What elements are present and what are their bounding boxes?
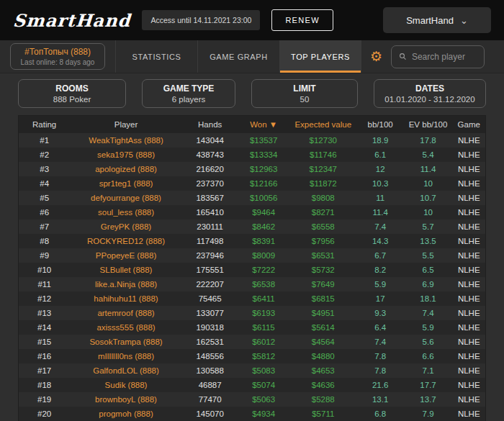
cell-player[interactable]: hahihuhu11 (888)	[70, 294, 182, 303]
cell-player[interactable]: defyourrange (888)	[70, 194, 182, 202]
table-row[interactable]: #1WeakTightAss (888)143044$13537$1273018…	[19, 133, 485, 148]
cell-player[interactable]: progmoh (888)	[70, 409, 182, 418]
cell-player[interactable]: spr1teg1 (888)	[70, 179, 182, 188]
column-header-player[interactable]: Player	[70, 120, 182, 129]
table-row[interactable]: #11like.a.Ninja (888)222207$6538$76495.9…	[19, 277, 485, 291]
selected-player-box[interactable]: #ТопТопыч (888) Last online: 8 days ago	[10, 43, 105, 70]
tab-top-players[interactable]: TOP PLAYERS	[279, 40, 361, 73]
table-row[interactable]: #18Sudik (888)46887$5074$463621.617.7NLH…	[19, 378, 485, 392]
filter-rooms[interactable]: ROOMS 888 Poker	[18, 79, 126, 108]
cell-player[interactable]: Sudik (888)	[70, 381, 182, 389]
cell-player[interactable]: ROCKYRED12 (888)	[70, 237, 182, 245]
table-row[interactable]: #17GalfondLOL (888)130588$5083$46537.87.…	[19, 363, 485, 378]
gear-icon[interactable]: ⚙	[370, 50, 382, 63]
cell-player[interactable]: seka1975 (888)	[70, 150, 182, 159]
table-row[interactable]: #4spr1teg1 (888)237370$12166$1187210.310…	[19, 176, 485, 191]
cell-player[interactable]: SosokTrampa (888)	[70, 338, 182, 346]
table-row[interactable]: #19brownboyL (888)77470$5063$528813.113.…	[19, 392, 485, 407]
cell-money: $6193	[238, 309, 289, 317]
cell-player[interactable]: mIlIllIl0ns (888)	[70, 352, 182, 361]
table-row[interactable]: #13artemroof (888)133077$6193$49519.37.4…	[19, 306, 485, 320]
cell-player[interactable]: SLBullet (888)	[70, 266, 182, 274]
cell-player[interactable]: like.a.Ninja (888)	[70, 280, 182, 289]
tab-game-graph[interactable]: GAME GRAPH	[197, 40, 279, 73]
search-box[interactable]	[391, 45, 485, 68]
cell-rating: #1	[19, 136, 70, 145]
cell-bb: 5.5	[404, 251, 453, 260]
cell-player[interactable]: axisss555 (888)	[70, 323, 182, 332]
cell-bb: 7.4	[357, 338, 404, 346]
filter-dates-title: DATES	[384, 83, 475, 94]
column-header-rating[interactable]: Rating	[19, 120, 70, 129]
column-header-game[interactable]: Game	[453, 120, 485, 129]
cell-player[interactable]: artemroof (888)	[70, 309, 182, 317]
cell-game: NLHE	[453, 222, 485, 231]
tabs: STATISTICS GAME GRAPH TOP PLAYERS	[115, 40, 361, 73]
cell-rating: #8	[19, 237, 70, 245]
cell-bb: 10	[404, 208, 453, 217]
table-row[interactable]: #9PPopeyeE (888)237946$8009$65316.75.5NL…	[19, 248, 485, 263]
column-header-won-[interactable]: Won ▼	[238, 120, 289, 129]
table-row[interactable]: #5defyourrange (888)183567$10056$9808111…	[19, 191, 485, 205]
cell-rating: #14	[19, 323, 70, 332]
cell-hands: 183567	[182, 194, 238, 202]
cell-player[interactable]: soul_less (888)	[70, 208, 182, 217]
table-row[interactable]: #8ROCKYRED12 (888)117498$8391$795614.313…	[19, 234, 485, 248]
cell-money: $5063	[238, 395, 289, 404]
cell-bb: 10	[404, 179, 453, 188]
cell-bb: 6.9	[404, 280, 453, 289]
cell-bb: 13.7	[404, 395, 453, 404]
table-row[interactable]: #7GreyPK (888)230111$8462$65587.45.7NLHE	[19, 219, 485, 234]
filter-dates[interactable]: DATES 01.01.2020 - 31.12.2020	[374, 79, 486, 108]
column-header-ev-bb-100[interactable]: EV bb/100	[404, 120, 453, 129]
cell-money: $4951	[289, 309, 357, 317]
renew-button[interactable]: RENEW	[271, 9, 333, 31]
table-row[interactable]: #3apologized (888)216620$12963$123471211…	[19, 162, 485, 176]
cell-player[interactable]: apologized (888)	[70, 165, 182, 173]
filter-limit[interactable]: LIMIT 50	[251, 79, 358, 108]
cell-bb: 6.6	[404, 352, 453, 361]
cell-rating: #5	[19, 194, 70, 202]
cell-bb: 17.7	[404, 381, 453, 389]
table-row[interactable]: #15SosokTrampa (888)162531$6012$45647.45…	[19, 335, 485, 349]
table-row[interactable]: #14axisss555 (888)190318$6115$56146.45.9…	[19, 320, 485, 335]
cell-bb: 13.1	[357, 395, 404, 404]
cell-player[interactable]: brownboyL (888)	[70, 395, 182, 404]
cell-money: $6815	[289, 294, 357, 303]
cell-money: $12166	[238, 179, 289, 188]
cell-bb: 12	[357, 165, 404, 173]
cell-player[interactable]: GreyPK (888)	[70, 222, 182, 231]
cell-money: $6012	[238, 338, 289, 346]
column-header-hands[interactable]: Hands	[182, 120, 238, 129]
cell-money: $9464	[238, 208, 289, 217]
cell-player[interactable]: PPopeyeE (888)	[70, 251, 182, 260]
table-row[interactable]: #2seka1975 (888)438743$13334$117466.15.4…	[19, 148, 485, 162]
smarthand-app: SmartHand Access until 14.11.2021 23:00 …	[0, 0, 504, 421]
cell-money: $12730	[289, 136, 357, 145]
cell-bb: 5.9	[357, 280, 404, 289]
column-header-expected-value[interactable]: Expected value	[289, 120, 357, 129]
tab-statistics[interactable]: STATISTICS	[115, 40, 197, 73]
cell-rating: #11	[19, 280, 70, 289]
account-menu-button[interactable]: SmartHand ⌄	[383, 7, 491, 33]
cell-game: NLHE	[453, 352, 485, 361]
table-row[interactable]: #12hahihuhu11 (888)75465$6411$68151718.1…	[19, 291, 485, 306]
table-row[interactable]: #10SLBullet (888)175551$7222$57328.26.5N…	[19, 263, 485, 277]
cell-player[interactable]: WeakTightAss (888)	[70, 136, 182, 145]
column-header-bb-100[interactable]: bb/100	[357, 120, 404, 129]
cell-hands: 46887	[182, 381, 238, 389]
table-row[interactable]: #16mIlIllIl0ns (888)148556$5812$48807.86…	[19, 349, 485, 363]
cell-hands: 77470	[182, 395, 238, 404]
search-input[interactable]	[412, 52, 477, 62]
cell-money: $7222	[238, 266, 289, 274]
cell-money: $11872	[289, 179, 357, 188]
cell-hands: 230111	[182, 222, 238, 231]
table-row[interactable]: #20progmoh (888)145070$4934$57116.87.9NL…	[19, 407, 485, 421]
filter-game-type[interactable]: GAME TYPE 6 players	[142, 79, 235, 108]
cell-bb: 17	[357, 294, 404, 303]
cell-bb: 8.2	[357, 266, 404, 274]
table-row[interactable]: #6soul_less (888)165410$9464$827111.410N…	[19, 205, 485, 219]
cell-bb: 9.3	[357, 309, 404, 317]
cell-bb: 5.4	[404, 150, 453, 159]
cell-player[interactable]: GalfondLOL (888)	[70, 366, 182, 375]
